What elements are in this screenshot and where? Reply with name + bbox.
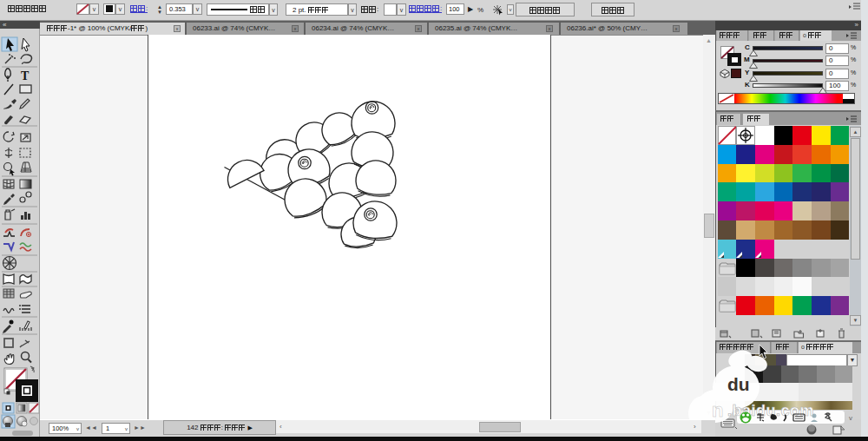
svg-text:du: du	[727, 374, 750, 394]
svg-text:T: T	[21, 69, 30, 82]
svg-text:n: n	[712, 399, 723, 421]
